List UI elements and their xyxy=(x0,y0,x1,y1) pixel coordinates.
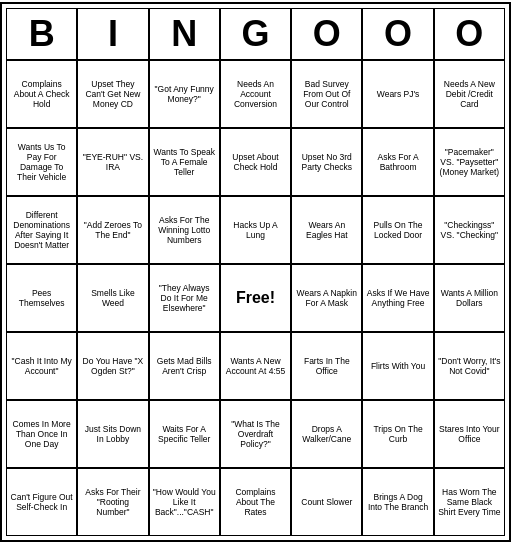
bingo-cell: Free! xyxy=(220,264,291,332)
header-letter: I xyxy=(77,8,148,60)
bingo-cell: Drops A Walker/Cane xyxy=(291,400,362,468)
bingo-cell: Upset No 3rd Party Checks xyxy=(291,128,362,196)
bingo-cell: "EYE-RUH" VS. IRA xyxy=(77,128,148,196)
header-letter: O xyxy=(291,8,362,60)
bingo-cell: Gets Mad Bills Aren't Crisp xyxy=(149,332,220,400)
bingo-cell: Farts In The Office xyxy=(291,332,362,400)
bingo-cell: Wears A Napkin For A Mask xyxy=(291,264,362,332)
bingo-cell: Brings A Dog Into The Branch xyxy=(362,468,433,536)
bingo-cell: Asks If We Have Anything Free xyxy=(362,264,433,332)
bingo-cell: "What Is The Overdraft Policy?" xyxy=(220,400,291,468)
bingo-cell: Pulls On The Locked Door xyxy=(362,196,433,264)
bingo-cell: Hacks Up A Lung xyxy=(220,196,291,264)
bingo-cell: Can't Figure Out Self-Check In xyxy=(6,468,77,536)
bingo-cell: Stares Into Your Office xyxy=(434,400,505,468)
bingo-header: BINGOOO xyxy=(6,8,505,60)
bingo-cell: Comes In More Than Once In One Day xyxy=(6,400,77,468)
bingo-cell: "Got Any Funny Money?" xyxy=(149,60,220,128)
bingo-cell: Complains About A Check Hold xyxy=(6,60,77,128)
bingo-cell: Upset About Check Hold xyxy=(220,128,291,196)
bingo-cell: "Cash It Into My Account" xyxy=(6,332,77,400)
bingo-cell: Do You Have "X Ogden St?" xyxy=(77,332,148,400)
bingo-cell: "Add Zeroes To The End" xyxy=(77,196,148,264)
bingo-cell: Needs An Account Conversion xyxy=(220,60,291,128)
bingo-cell: "They Always Do It For Me Elsewhere" xyxy=(149,264,220,332)
bingo-cell: Wears An Eagles Hat xyxy=(291,196,362,264)
bingo-cell: Asks For The Winning Lotto Numbers xyxy=(149,196,220,264)
bingo-cell: Smells Like Weed xyxy=(77,264,148,332)
bingo-cell: "Don't Worry, It's Not Covid" xyxy=(434,332,505,400)
bingo-cell: Count Slower xyxy=(291,468,362,536)
bingo-cell: Trips On The Curb xyxy=(362,400,433,468)
header-letter: G xyxy=(220,8,291,60)
bingo-cell: Wants Us To Pay For Damage To Their Vehi… xyxy=(6,128,77,196)
bingo-cell: Asks For Their "Rooting Number" xyxy=(77,468,148,536)
bingo-cell: Wants To Speak To A Female Teller xyxy=(149,128,220,196)
header-letter: O xyxy=(434,8,505,60)
bingo-cell: Wears PJ's xyxy=(362,60,433,128)
bingo-cell: Different Denominations After Saying It … xyxy=(6,196,77,264)
header-letter: N xyxy=(149,8,220,60)
bingo-cell: "Pacemaker" VS. "Paysetter" (Money Marke… xyxy=(434,128,505,196)
bingo-cell: Wants A Million Dollars xyxy=(434,264,505,332)
bingo-cell: Flirts With You xyxy=(362,332,433,400)
bingo-cell: Pees Themselves xyxy=(6,264,77,332)
bingo-cell: Needs A New Debit /Credit Card xyxy=(434,60,505,128)
bingo-cell: "How Would You Like It Back"..."CASH" xyxy=(149,468,220,536)
bingo-cell: Just Sits Down In Lobby xyxy=(77,400,148,468)
bingo-cell: "Checkingss" VS. "Checking" xyxy=(434,196,505,264)
bingo-card: BINGOOO Complains About A Check HoldUpse… xyxy=(0,2,511,542)
header-letter: B xyxy=(6,8,77,60)
bingo-cell: Upset They Can't Get New Money CD xyxy=(77,60,148,128)
bingo-cell: Waits For A Specific Teller xyxy=(149,400,220,468)
bingo-grid: Complains About A Check HoldUpset They C… xyxy=(6,60,505,536)
bingo-cell: Bad Survey From Out Of Our Control xyxy=(291,60,362,128)
bingo-cell: Has Worn The Same Black Shirt Every Time xyxy=(434,468,505,536)
bingo-cell: Complains About The Rates xyxy=(220,468,291,536)
header-letter: O xyxy=(362,8,433,60)
bingo-cell: Wants A New Account At 4:55 xyxy=(220,332,291,400)
bingo-cell: Asks For A Bathroom xyxy=(362,128,433,196)
